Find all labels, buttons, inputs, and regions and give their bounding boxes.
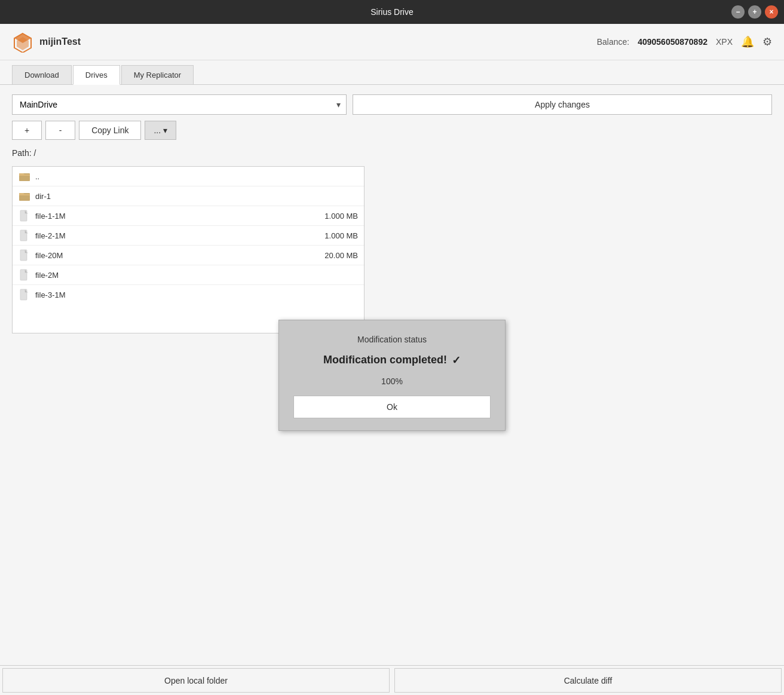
tabs: Download Drives My Replicator (0, 60, 784, 85)
modification-status-modal: Modification status Modification complet… (278, 320, 506, 431)
settings-icon[interactable]: ⚙ (762, 35, 772, 48)
header: mijinTest Balance: 409056050870892 XPX 🔔… (0, 24, 784, 60)
close-button[interactable]: × (765, 5, 778, 19)
modal-ok-button[interactable]: Ok (293, 396, 491, 418)
bottom-bar: Open local folder Calculate diff (0, 665, 784, 695)
calculate-diff-button[interactable]: Calculate diff (394, 668, 782, 693)
logo-icon (12, 31, 33, 53)
open-local-folder-button[interactable]: Open local folder (2, 668, 390, 693)
title-bar: Sirius Drive − + × (0, 0, 784, 24)
modal-overlay: Modification status Modification complet… (0, 85, 784, 665)
main-content: MainDrive ▾ Apply changes + - Copy Link … (0, 85, 784, 665)
balance-value: 409056050870892 (638, 37, 708, 47)
header-left: mijinTest (12, 31, 81, 53)
notification-icon[interactable]: 🔔 (741, 35, 754, 48)
header-right: Balance: 409056050870892 XPX 🔔 ⚙ (597, 35, 772, 48)
modal-title: Modification status (357, 335, 427, 344)
app-name: mijinTest (39, 36, 81, 47)
balance-currency: XPX (716, 37, 733, 47)
tab-download[interactable]: Download (12, 65, 72, 84)
window-controls: − + × (731, 5, 778, 19)
modal-percent: 100% (381, 376, 403, 386)
minimize-button[interactable]: − (731, 5, 745, 19)
tab-drives[interactable]: Drives (73, 65, 120, 85)
balance-label: Balance: (597, 37, 629, 47)
app-container: mijinTest Balance: 409056050870892 XPX 🔔… (0, 24, 784, 695)
tab-my-replicator[interactable]: My Replicator (121, 65, 194, 84)
check-icon: ✓ (452, 354, 461, 367)
maximize-button[interactable]: + (748, 5, 761, 19)
modal-status: Modification completed! ✓ (323, 354, 461, 367)
modal-status-text: Modification completed! (323, 354, 447, 366)
window-title: Sirius Drive (370, 7, 414, 17)
